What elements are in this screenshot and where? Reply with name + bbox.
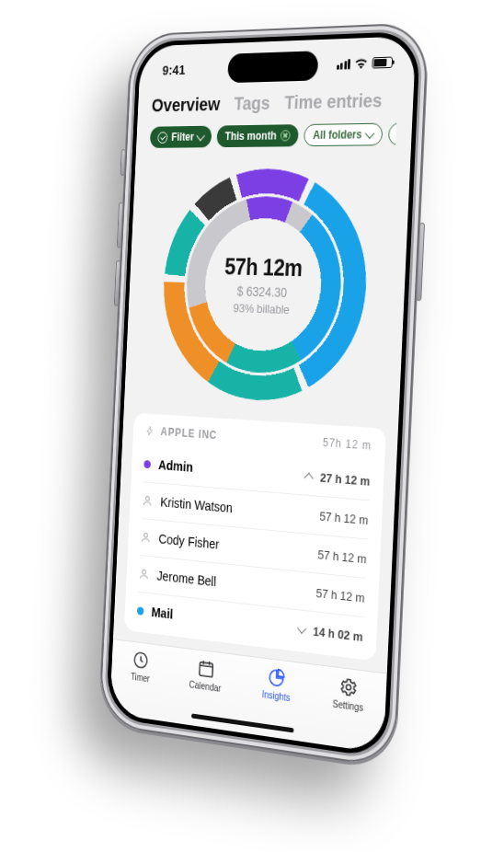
group-name: Admin	[158, 457, 193, 475]
screen: 9:41 Overview Tags Time entries Fi	[109, 36, 416, 754]
tabbar-label: Settings	[332, 698, 363, 713]
phone-mockup: 9:41 Overview Tags Time entries Fi	[98, 22, 429, 768]
donut-center: 57h 12m $ 6324.30 93% billable	[209, 225, 317, 346]
billable-pct: 93% billable	[233, 301, 290, 317]
tab-overview[interactable]: Overview	[151, 94, 220, 116]
filter-label: Filter	[171, 131, 194, 144]
tabbar-insights[interactable]: Insights	[262, 666, 292, 703]
color-dot	[143, 459, 151, 467]
person-icon	[142, 494, 153, 508]
svg-point-5	[347, 685, 351, 690]
chevron-down-icon	[197, 131, 206, 141]
svg-rect-4	[199, 662, 212, 676]
group-name: Mail	[151, 604, 173, 621]
person-name: Jerome Bell	[156, 569, 216, 590]
battery-icon	[372, 57, 393, 69]
chevron-down-icon	[365, 128, 374, 139]
status-time: 9:41	[162, 62, 186, 77]
donut-chart: 57h 12m $ 6324.30 93% billable	[124, 155, 411, 429]
svg-point-2	[143, 570, 146, 574]
color-dot	[137, 606, 144, 616]
person-duration: 57 h 12 m	[319, 509, 369, 527]
filter-pill[interactable]: Filter	[150, 126, 212, 148]
calendar-icon	[197, 658, 215, 680]
bolt-icon	[145, 424, 155, 437]
svg-point-0	[145, 496, 149, 501]
breakdown-card: APPLE INC 57h 12 m Admin 27 h 12 m	[124, 413, 386, 662]
folders-pill[interactable]: All folders	[304, 123, 383, 147]
period-label: This month	[224, 129, 277, 143]
person-icon	[139, 568, 150, 581]
cellular-icon	[337, 59, 350, 70]
page-header: Overview Tags Time entries Filter This m…	[136, 87, 414, 157]
tabbar-calendar[interactable]: Calendar	[189, 657, 222, 694]
chevron-down-icon	[297, 623, 306, 633]
tabbar-settings[interactable]: Settings	[332, 675, 364, 713]
tab-tags[interactable]: Tags	[234, 93, 270, 115]
group-duration: 14 h 02 m	[313, 624, 363, 644]
tabbar-label: Timer	[131, 672, 150, 685]
total-amount: $ 6324.30	[236, 283, 287, 299]
client-name: APPLE INC	[160, 425, 217, 442]
chevron-up-icon	[304, 472, 313, 482]
tabbar-label: Calendar	[189, 679, 221, 694]
clock-icon	[132, 650, 150, 672]
gear-icon	[339, 675, 359, 698]
client-total: 57h 12 m	[323, 436, 372, 453]
tabbar-timer[interactable]: Timer	[131, 650, 151, 685]
folders-label: All folders	[313, 128, 362, 142]
person-name: Kristin Watson	[160, 495, 233, 516]
person-name: Cody Fisher	[158, 532, 220, 552]
filter-pills: Filter This month All folders All cl	[150, 122, 397, 148]
dynamic-island	[227, 51, 318, 83]
close-icon[interactable]	[281, 130, 291, 141]
person-duration: 57 h 12 m	[315, 585, 365, 604]
svg-point-1	[144, 533, 148, 537]
chart-pie-icon	[268, 666, 286, 689]
total-duration: 57h 12m	[224, 253, 304, 282]
person-duration: 57 h 12 m	[317, 547, 367, 565]
tab-strip: Overview Tags Time entries	[151, 89, 398, 116]
tab-time-entries[interactable]: Time entries	[284, 90, 383, 114]
overflow-pill[interactable]: All cl	[388, 122, 397, 145]
tabbar-label: Insights	[262, 689, 291, 703]
person-icon	[140, 531, 151, 545]
period-pill[interactable]: This month	[217, 124, 299, 147]
check-icon	[157, 132, 167, 144]
group-duration: 27 h 12 m	[320, 470, 371, 488]
wifi-icon	[354, 57, 368, 69]
